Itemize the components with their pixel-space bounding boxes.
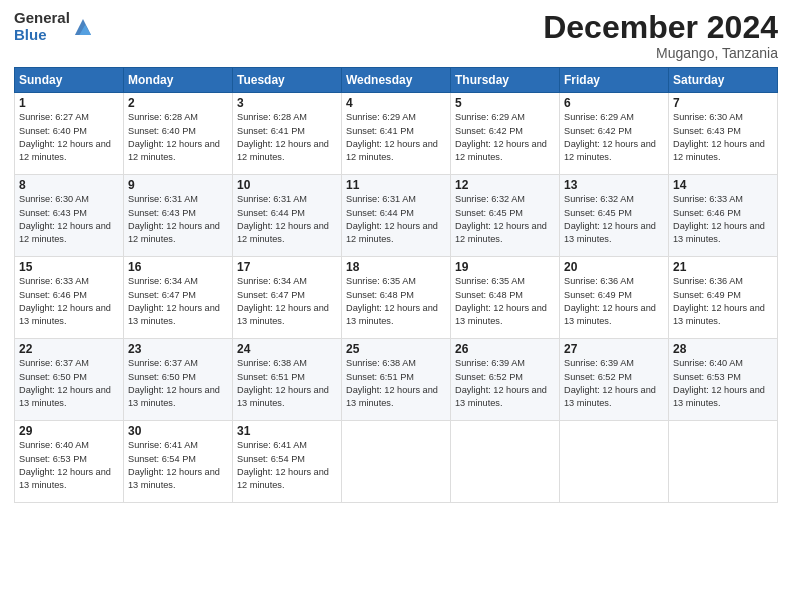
day-number: 16 — [128, 260, 228, 274]
day-cell: 18Sunrise: 6:35 AMSunset: 6:48 PMDayligh… — [342, 257, 451, 339]
day-info: Sunrise: 6:34 AMSunset: 6:47 PMDaylight:… — [128, 275, 228, 328]
day-cell: 30Sunrise: 6:41 AMSunset: 6:54 PMDayligh… — [124, 421, 233, 503]
day-info: Sunrise: 6:30 AMSunset: 6:43 PMDaylight:… — [673, 111, 773, 164]
day-cell: 24Sunrise: 6:38 AMSunset: 6:51 PMDayligh… — [233, 339, 342, 421]
day-number: 8 — [19, 178, 119, 192]
day-info: Sunrise: 6:39 AMSunset: 6:52 PMDaylight:… — [455, 357, 555, 410]
day-info: Sunrise: 6:28 AMSunset: 6:41 PMDaylight:… — [237, 111, 337, 164]
day-cell: 5Sunrise: 6:29 AMSunset: 6:42 PMDaylight… — [451, 93, 560, 175]
day-cell: 22Sunrise: 6:37 AMSunset: 6:50 PMDayligh… — [15, 339, 124, 421]
day-number: 5 — [455, 96, 555, 110]
week-row-2: 8Sunrise: 6:30 AMSunset: 6:43 PMDaylight… — [15, 175, 778, 257]
day-number: 14 — [673, 178, 773, 192]
day-info: Sunrise: 6:39 AMSunset: 6:52 PMDaylight:… — [564, 357, 664, 410]
day-info: Sunrise: 6:34 AMSunset: 6:47 PMDaylight:… — [237, 275, 337, 328]
week-row-3: 15Sunrise: 6:33 AMSunset: 6:46 PMDayligh… — [15, 257, 778, 339]
day-info: Sunrise: 6:28 AMSunset: 6:40 PMDaylight:… — [128, 111, 228, 164]
day-number: 18 — [346, 260, 446, 274]
day-number: 10 — [237, 178, 337, 192]
day-info: Sunrise: 6:35 AMSunset: 6:48 PMDaylight:… — [346, 275, 446, 328]
day-number: 17 — [237, 260, 337, 274]
day-info: Sunrise: 6:36 AMSunset: 6:49 PMDaylight:… — [564, 275, 664, 328]
day-info: Sunrise: 6:41 AMSunset: 6:54 PMDaylight:… — [128, 439, 228, 492]
day-number: 27 — [564, 342, 664, 356]
logo-blue: Blue — [14, 27, 70, 44]
header-cell-saturday: Saturday — [669, 68, 778, 93]
day-cell: 9Sunrise: 6:31 AMSunset: 6:43 PMDaylight… — [124, 175, 233, 257]
day-number: 1 — [19, 96, 119, 110]
day-info: Sunrise: 6:27 AMSunset: 6:40 PMDaylight:… — [19, 111, 119, 164]
day-info: Sunrise: 6:36 AMSunset: 6:49 PMDaylight:… — [673, 275, 773, 328]
day-cell — [451, 421, 560, 503]
day-info: Sunrise: 6:29 AMSunset: 6:41 PMDaylight:… — [346, 111, 446, 164]
day-cell: 10Sunrise: 6:31 AMSunset: 6:44 PMDayligh… — [233, 175, 342, 257]
day-cell: 3Sunrise: 6:28 AMSunset: 6:41 PMDaylight… — [233, 93, 342, 175]
logo-text: General Blue — [14, 10, 70, 43]
day-info: Sunrise: 6:40 AMSunset: 6:53 PMDaylight:… — [19, 439, 119, 492]
header-cell-sunday: Sunday — [15, 68, 124, 93]
header-cell-monday: Monday — [124, 68, 233, 93]
day-cell: 2Sunrise: 6:28 AMSunset: 6:40 PMDaylight… — [124, 93, 233, 175]
day-info: Sunrise: 6:37 AMSunset: 6:50 PMDaylight:… — [128, 357, 228, 410]
day-info: Sunrise: 6:31 AMSunset: 6:44 PMDaylight:… — [237, 193, 337, 246]
day-cell: 16Sunrise: 6:34 AMSunset: 6:47 PMDayligh… — [124, 257, 233, 339]
day-cell: 11Sunrise: 6:31 AMSunset: 6:44 PMDayligh… — [342, 175, 451, 257]
location: Mugango, Tanzania — [543, 45, 778, 61]
day-cell: 21Sunrise: 6:36 AMSunset: 6:49 PMDayligh… — [669, 257, 778, 339]
day-cell: 20Sunrise: 6:36 AMSunset: 6:49 PMDayligh… — [560, 257, 669, 339]
day-number: 3 — [237, 96, 337, 110]
day-cell: 25Sunrise: 6:38 AMSunset: 6:51 PMDayligh… — [342, 339, 451, 421]
day-cell: 4Sunrise: 6:29 AMSunset: 6:41 PMDaylight… — [342, 93, 451, 175]
header-cell-tuesday: Tuesday — [233, 68, 342, 93]
day-cell — [669, 421, 778, 503]
day-number: 13 — [564, 178, 664, 192]
day-info: Sunrise: 6:31 AMSunset: 6:44 PMDaylight:… — [346, 193, 446, 246]
page: General Blue December 2024 Mugango, Tanz… — [0, 0, 792, 612]
day-number: 23 — [128, 342, 228, 356]
title-area: December 2024 Mugango, Tanzania — [543, 10, 778, 61]
day-info: Sunrise: 6:40 AMSunset: 6:53 PMDaylight:… — [673, 357, 773, 410]
day-info: Sunrise: 6:38 AMSunset: 6:51 PMDaylight:… — [237, 357, 337, 410]
day-number: 15 — [19, 260, 119, 274]
week-row-1: 1Sunrise: 6:27 AMSunset: 6:40 PMDaylight… — [15, 93, 778, 175]
logo-area: General Blue — [14, 10, 94, 43]
day-number: 29 — [19, 424, 119, 438]
day-cell: 1Sunrise: 6:27 AMSunset: 6:40 PMDaylight… — [15, 93, 124, 175]
day-cell — [342, 421, 451, 503]
day-number: 6 — [564, 96, 664, 110]
day-number: 26 — [455, 342, 555, 356]
logo-general: General — [14, 10, 70, 27]
day-cell: 27Sunrise: 6:39 AMSunset: 6:52 PMDayligh… — [560, 339, 669, 421]
day-cell: 7Sunrise: 6:30 AMSunset: 6:43 PMDaylight… — [669, 93, 778, 175]
month-title: December 2024 — [543, 10, 778, 45]
day-number: 4 — [346, 96, 446, 110]
calendar-header: SundayMondayTuesdayWednesdayThursdayFrid… — [15, 68, 778, 93]
day-info: Sunrise: 6:32 AMSunset: 6:45 PMDaylight:… — [455, 193, 555, 246]
header-cell-thursday: Thursday — [451, 68, 560, 93]
day-number: 21 — [673, 260, 773, 274]
day-info: Sunrise: 6:31 AMSunset: 6:43 PMDaylight:… — [128, 193, 228, 246]
day-cell: 17Sunrise: 6:34 AMSunset: 6:47 PMDayligh… — [233, 257, 342, 339]
day-number: 2 — [128, 96, 228, 110]
day-cell: 15Sunrise: 6:33 AMSunset: 6:46 PMDayligh… — [15, 257, 124, 339]
day-number: 25 — [346, 342, 446, 356]
day-info: Sunrise: 6:38 AMSunset: 6:51 PMDaylight:… — [346, 357, 446, 410]
week-row-4: 22Sunrise: 6:37 AMSunset: 6:50 PMDayligh… — [15, 339, 778, 421]
day-info: Sunrise: 6:35 AMSunset: 6:48 PMDaylight:… — [455, 275, 555, 328]
header: General Blue December 2024 Mugango, Tanz… — [14, 10, 778, 61]
day-info: Sunrise: 6:32 AMSunset: 6:45 PMDaylight:… — [564, 193, 664, 246]
day-cell: 8Sunrise: 6:30 AMSunset: 6:43 PMDaylight… — [15, 175, 124, 257]
day-info: Sunrise: 6:29 AMSunset: 6:42 PMDaylight:… — [455, 111, 555, 164]
day-number: 20 — [564, 260, 664, 274]
day-info: Sunrise: 6:30 AMSunset: 6:43 PMDaylight:… — [19, 193, 119, 246]
logo-icon — [72, 16, 94, 38]
day-number: 24 — [237, 342, 337, 356]
day-number: 11 — [346, 178, 446, 192]
day-cell: 13Sunrise: 6:32 AMSunset: 6:45 PMDayligh… — [560, 175, 669, 257]
header-cell-friday: Friday — [560, 68, 669, 93]
day-cell: 31Sunrise: 6:41 AMSunset: 6:54 PMDayligh… — [233, 421, 342, 503]
day-number: 19 — [455, 260, 555, 274]
header-cell-wednesday: Wednesday — [342, 68, 451, 93]
day-info: Sunrise: 6:29 AMSunset: 6:42 PMDaylight:… — [564, 111, 664, 164]
day-cell: 14Sunrise: 6:33 AMSunset: 6:46 PMDayligh… — [669, 175, 778, 257]
